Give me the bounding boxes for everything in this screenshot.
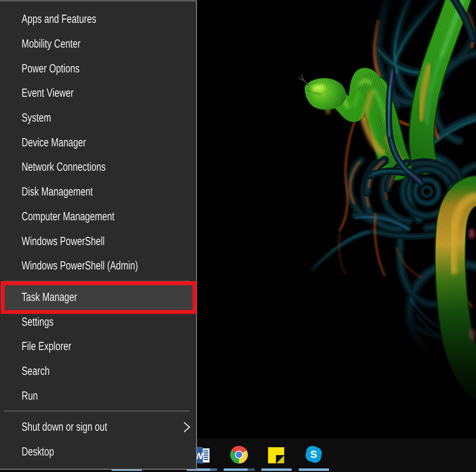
- sticky-notes-taskbar-icon[interactable]: [268, 447, 284, 463]
- menu-item-label: Windows PowerShell (Admin): [22, 259, 138, 273]
- tangle-bottom-fade: [271, 315, 476, 433]
- menu-item-search[interactable]: Search: [0, 359, 196, 384]
- desktop-screen: W S: [0, 0, 476, 472]
- menu-item-system[interactable]: System: [0, 106, 196, 131]
- menu-item-computer-management[interactable]: Computer Management: [0, 205, 196, 229]
- menu-item-label: File Explorer: [22, 340, 71, 353]
- menu-item-label: Computer Management: [22, 210, 114, 223]
- winx-power-user-menu: Apps and Features Mobility Center Power …: [0, 0, 197, 470]
- menu-item-network-connections[interactable]: Network Connections: [0, 155, 196, 180]
- menu-item-label: Windows PowerShell: [22, 235, 105, 248]
- submenu-chevron-right-icon: [182, 422, 191, 433]
- menu-item-label: Run: [22, 389, 38, 403]
- taskbar-underline-chrome: [224, 468, 248, 471]
- menu-item-device-manager[interactable]: Device Manager: [0, 130, 196, 155]
- menu-item-shut-down-or-sign-out[interactable]: Shut down or sign out: [0, 415, 196, 440]
- menu-item-label: Power Options: [22, 62, 80, 76]
- menu-item-label: Disk Management: [22, 185, 93, 199]
- taskbar-underline-word-2: [210, 468, 217, 471]
- menu-item-mobility-center[interactable]: Mobility Center: [0, 32, 196, 57]
- menu-item-label: Desktop: [22, 445, 54, 459]
- chrome-taskbar-icon[interactable]: [230, 446, 248, 464]
- menu-item-event-viewer[interactable]: Event Viewer: [0, 81, 196, 106]
- menu-item-windows-powershell-admin[interactable]: Windows PowerShell (Admin): [0, 254, 196, 278]
- menu-item-label: Mobility Center: [22, 37, 81, 51]
- skype-taskbar-icon[interactable]: S: [305, 445, 323, 463]
- menu-item-label: Network Connections: [22, 160, 106, 174]
- menu-item-label: Search: [22, 365, 50, 378]
- skype-letter: S: [310, 448, 317, 460]
- menu-item-apps-and-features[interactable]: Apps and Features: [0, 7, 196, 32]
- menu-item-label: Apps and Features: [22, 13, 96, 26]
- menu-item-desktop[interactable]: Desktop: [0, 440, 196, 465]
- menu-item-label: Shut down or sign out: [22, 420, 107, 434]
- taskbar-underline-chrome-2: [248, 468, 255, 471]
- menu-item-label: System: [22, 111, 51, 125]
- menu-item-label: Event Viewer: [22, 87, 74, 100]
- annotation-red-rectangle: [1, 281, 197, 314]
- menu-separator: [0, 408, 196, 415]
- menu-item-disk-management[interactable]: Disk Management: [0, 180, 196, 205]
- menu-item-file-explorer[interactable]: File Explorer: [0, 334, 196, 359]
- menu-item-windows-powershell[interactable]: Windows PowerShell: [0, 229, 196, 254]
- menu-item-power-options[interactable]: Power Options: [0, 56, 196, 81]
- menu-item-label: Device Manager: [22, 136, 86, 149]
- menu-item-label: Settings: [22, 315, 53, 329]
- taskbar-underline-sticky: [261, 468, 292, 471]
- taskbar-underline-skype: [299, 468, 329, 471]
- menu-item-run[interactable]: Run: [0, 384, 196, 408]
